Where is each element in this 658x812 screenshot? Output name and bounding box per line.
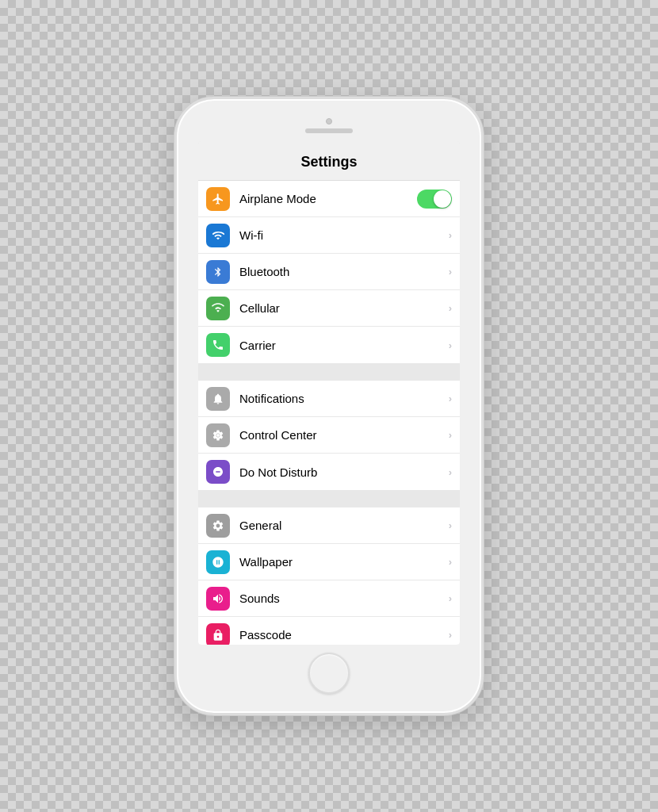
camera-dot [326,118,332,124]
settings-row-airplane-mode[interactable]: Airplane Mode [198,181,460,217]
settings-row-do-not-disturb[interactable]: Do Not Disturb › [198,454,460,490]
bluetooth-icon [206,260,230,284]
settings-row-passcode[interactable]: Passcode › [198,617,460,645]
sounds-icon [206,587,230,611]
settings-row-carrier[interactable]: Carrier › [198,327,460,363]
sounds-label: Sounds [239,592,446,605]
airplane-mode-label: Airplane Mode [239,192,417,205]
notifications-label: Notifications [239,392,446,405]
do-not-disturb-icon [206,460,230,484]
carrier-label: Carrier [239,339,446,352]
settings-row-cellular[interactable]: Cellular › [198,290,460,327]
settings-row-control-center[interactable]: Control Center › [198,417,460,454]
screen: Settings Airplane Mode [198,141,460,645]
general-icon [206,514,230,538]
home-button-area [177,645,481,697]
sounds-chevron: › [449,592,452,604]
wallpaper-chevron: › [449,556,452,568]
airplane-mode-toggle[interactable] [417,190,452,209]
wifi-icon [206,224,230,247]
wifi-label: Wi-fi [239,228,446,242]
phone-top [177,113,481,141]
section-separator-1 [198,363,460,381]
speaker [305,128,353,133]
passcode-label: Passcode [239,628,446,642]
settings-row-notifications[interactable]: Notifications › [198,381,460,417]
section-separator-2 [198,490,460,508]
settings-row-general[interactable]: General › [198,508,460,544]
control-center-label: Control Center [239,428,446,442]
toggle-knob [434,190,451,208]
bluetooth-chevron: › [449,266,452,278]
svg-point-0 [216,434,220,437]
wallpaper-icon [206,550,230,574]
notifications-icon [206,387,230,411]
notifications-chevron: › [449,393,452,404]
settings-row-bluetooth[interactable]: Bluetooth › [198,254,460,290]
settings-group-connectivity: Airplane Mode Wi-fi › [198,181,460,363]
settings-row-wallpaper[interactable]: Wallpaper › [198,544,460,580]
do-not-disturb-chevron: › [449,466,452,478]
phone-frame: Settings Airplane Mode [174,97,484,715]
passcode-icon [206,623,230,645]
page-title: Settings [300,154,357,170]
settings-row-wifi[interactable]: Wi-fi › [198,217,460,254]
settings-list[interactable]: Airplane Mode Wi-fi › [198,181,460,645]
control-center-icon [206,423,230,447]
settings-header: Settings [198,141,460,181]
control-center-chevron: › [449,429,452,441]
passcode-chevron: › [449,629,452,641]
general-chevron: › [449,519,452,531]
settings-group-preferences: General › Wallpaper › [198,508,460,645]
cellular-label: Cellular [239,301,446,315]
settings-group-system: Notifications › Control Center › [198,381,460,490]
wallpaper-label: Wallpaper [239,555,446,569]
airplane-icon [206,187,230,211]
do-not-disturb-label: Do Not Disturb [239,465,446,479]
settings-row-sounds[interactable]: Sounds › [198,580,460,617]
cellular-icon [206,297,230,320]
wifi-chevron: › [449,229,452,241]
bluetooth-label: Bluetooth [239,265,446,278]
carrier-chevron: › [449,339,452,351]
carrier-icon [206,333,230,357]
cellular-chevron: › [449,302,452,314]
general-label: General [239,519,446,532]
home-button[interactable] [308,653,350,694]
